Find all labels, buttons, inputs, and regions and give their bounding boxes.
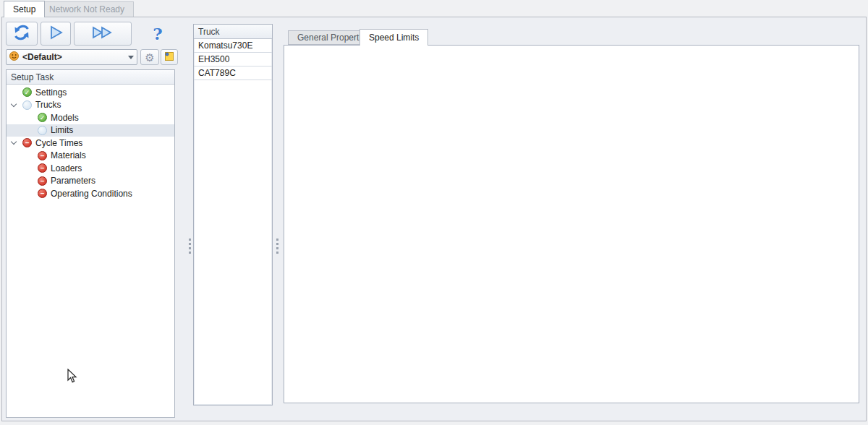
check-circle-icon: ✓ xyxy=(38,113,47,122)
blocked-circle-icon: – xyxy=(38,189,47,198)
mask-icon xyxy=(9,51,19,63)
truck-row-cat789c[interactable]: CAT789C xyxy=(194,66,272,80)
profile-value: <Default> xyxy=(22,52,62,62)
profile-selector[interactable]: <Default> xyxy=(6,49,137,65)
chevron-down-icon xyxy=(128,56,134,59)
tree-item-operating-conditions[interactable]: – Operating Conditions xyxy=(7,187,174,200)
fast-forward-icon xyxy=(90,25,115,43)
tab-setup[interactable]: Setup xyxy=(4,1,45,17)
note-button[interactable] xyxy=(161,49,178,65)
splitter-left[interactable] xyxy=(187,235,192,257)
check-circle-icon: ✓ xyxy=(22,87,32,97)
play-icon xyxy=(48,25,64,43)
setup-task-tree: ✓ Settings Trucks ✓ Models Limits – Cycl… xyxy=(7,85,174,200)
tree-item-materials[interactable]: – Materials xyxy=(7,150,174,163)
blocked-circle-icon: – xyxy=(38,163,47,173)
run-all-button[interactable] xyxy=(74,22,132,46)
setup-task-panel: Setup Task ✓ Settings Trucks ✓ Models Li… xyxy=(6,69,175,418)
truck-row-komatsu730e[interactable]: Komatsu730E xyxy=(194,39,272,53)
tree-item-settings[interactable]: ✓ Settings xyxy=(7,86,174,99)
truck-list-header: Truck xyxy=(194,25,272,39)
truck-row-eh3500[interactable]: EH3500 xyxy=(194,53,272,66)
blocked-circle-icon: – xyxy=(38,151,47,160)
sticky-note-icon xyxy=(164,51,174,64)
tree-item-models[interactable]: ✓ Models xyxy=(7,111,174,124)
tree-item-cycle-times[interactable]: – Cycle Times xyxy=(7,137,174,150)
gear-icon: ⚙ xyxy=(145,52,154,63)
setup-task-title: Setup Task xyxy=(11,72,54,82)
tab-network-label: Network Not Ready xyxy=(49,4,124,14)
speed-limits-page xyxy=(284,45,859,403)
chevron-down-icon[interactable] xyxy=(11,100,17,106)
pending-circle-icon xyxy=(38,126,47,135)
blocked-circle-icon: – xyxy=(22,138,32,147)
tab-network-not-ready[interactable]: Network Not Ready xyxy=(40,1,134,17)
refresh-icon xyxy=(13,24,30,43)
setup-task-header: Setup Task xyxy=(7,70,174,85)
refresh-button[interactable] xyxy=(6,22,38,46)
mouse-cursor xyxy=(67,369,78,386)
pending-circle-icon xyxy=(22,100,32,110)
run-button[interactable] xyxy=(41,22,71,46)
tree-item-trucks[interactable]: Trucks xyxy=(7,99,174,112)
window-tab-strip: Setup Network Not Ready xyxy=(0,0,868,17)
tree-item-parameters[interactable]: – Parameters xyxy=(7,175,174,188)
application-window: Setup Network Not Ready xyxy=(0,0,868,425)
settings-button[interactable]: ⚙ xyxy=(140,49,159,65)
tree-item-loaders[interactable]: – Loaders xyxy=(7,162,174,175)
truck-list-panel: Truck Komatsu730E EH3500 CAT789C xyxy=(193,24,273,405)
chevron-down-icon[interactable] xyxy=(11,139,17,145)
tab-speed-limits[interactable]: Speed Limits xyxy=(359,29,428,46)
help-button[interactable]: ? xyxy=(145,22,171,46)
tab-setup-label: Setup xyxy=(13,4,35,14)
blocked-circle-icon: – xyxy=(38,176,47,186)
help-icon: ? xyxy=(153,24,162,43)
splitter-right[interactable] xyxy=(274,235,280,257)
tree-item-limits[interactable]: Limits xyxy=(7,124,174,137)
